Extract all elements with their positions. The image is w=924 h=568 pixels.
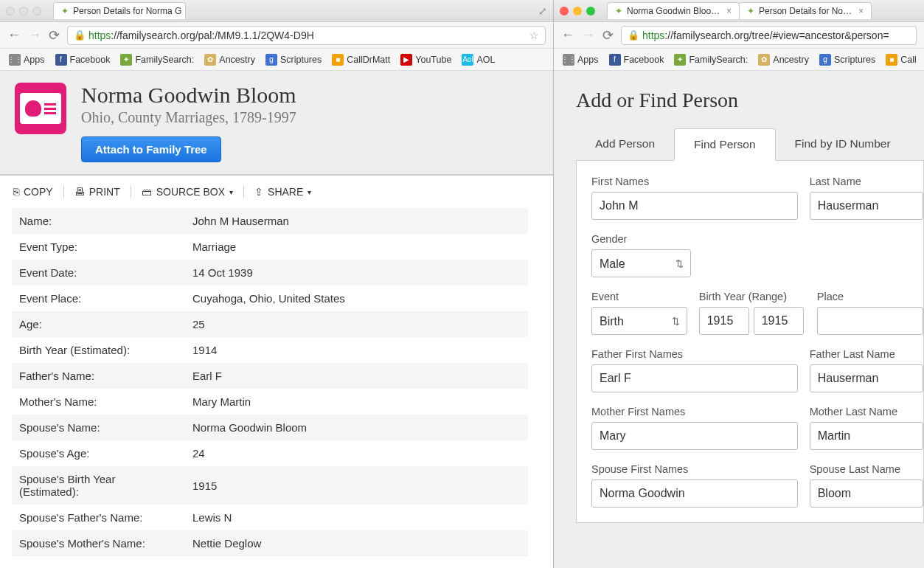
tab-close-icon[interactable]: × [726,6,732,16]
browser-tab[interactable]: ✦Norma Goodwin Bloom (19× [607,2,740,19]
bookmark-item[interactable]: ■Call [886,54,917,66]
tab-find-by-id[interactable]: Find by ID Number [776,128,910,160]
first-names-input[interactable] [591,192,798,220]
browser-toolbar-right: ← → ⟳ 🔒 https ://familysearch.org/tree/#… [554,22,924,49]
label-event: Event [591,291,687,302]
tab-close-icon[interactable]: × [858,6,864,16]
zoom-window-icon[interactable] [32,7,41,15]
event-select[interactable]: Birth [591,307,687,335]
detail-value[interactable]: Mary Martin [185,389,528,415]
detail-label: Event Place: [12,285,185,311]
gender-select[interactable]: Male [591,249,691,277]
bookmark-item[interactable]: ✿Ancestry [204,54,255,66]
mother-first-input[interactable] [591,422,798,450]
close-window-icon[interactable] [6,7,15,15]
reload-icon[interactable]: ⟳ [49,27,60,44]
bookmark-item[interactable]: fFacebook [55,54,111,66]
copy-button[interactable]: ⎘COPY [13,186,64,198]
bookmark-icon: g [265,54,277,66]
browser-toolbar-left: ← → ⟳ 🔒 https ://familysearch.org/pal:/M… [0,22,553,49]
bookmark-item[interactable]: gScriptures [265,54,322,66]
tab-title: Person Details for Norma G [759,6,854,16]
bookmark-icon: g [819,54,831,66]
label-father-first: Father First Names [591,348,798,360]
bookmark-icon: ■ [886,54,897,66]
collection-title: Ohio, County Marriages, 1789-1997 [81,109,296,126]
bookmark-item[interactable]: ✦FamilySearch: [120,54,194,66]
bookmark-label: Apps [24,55,45,65]
bookmark-icon: ✿ [204,54,216,66]
source-box-button[interactable]: 🗃SOURCE BOX▾ [131,186,244,198]
last-name-input[interactable] [810,192,923,220]
browser-tab[interactable]: ✦Person Details for Norma G× [739,2,872,19]
forward-icon[interactable]: → [582,27,595,43]
father-first-input[interactable] [591,364,798,392]
forward-icon[interactable]: → [28,27,41,43]
year-from-input[interactable] [699,307,749,335]
page-title: Add or Find Person [576,89,924,112]
box-icon: 🗃 [142,186,152,198]
bookmark-item[interactable]: gScriptures [819,54,875,66]
detail-value[interactable]: John M Hauserman [185,208,528,234]
attach-to-tree-button[interactable]: Attach to Family Tree [81,136,221,162]
detail-row: Event Type:Marriage [12,234,528,260]
record-footer: GS Film Number: 001902383, Digital Folde… [0,565,553,568]
minimize-window-icon[interactable] [19,7,28,15]
bookmark-label: CallDrMatt [347,55,390,65]
label-spouse-first: Spouse First Names [591,463,798,475]
bookmark-item[interactable]: ⋮⋮Apps [563,54,599,66]
detail-label: Spouse's Age: [12,440,185,466]
year-to-input[interactable] [754,307,804,335]
reload-icon[interactable]: ⟳ [602,27,614,44]
tab-add-person[interactable]: Add Person [576,128,674,160]
browser-tab[interactable]: ✦ Person Details for Norma G × [53,2,186,19]
chevron-down-icon: ▾ [229,188,233,196]
bookmark-item[interactable]: ✦FamilySearch: [674,54,748,66]
detail-value[interactable]: Earl F [185,363,528,389]
bookmark-item[interactable]: fFacebook [609,54,664,66]
detail-row: Birth Year (Estimated):1914 [12,337,528,363]
bookmark-label: Scriptures [834,55,875,65]
label-father-last: Father Last Name [810,348,923,360]
back-icon[interactable]: ← [7,27,21,43]
expand-icon[interactable]: ⤢ [538,5,547,17]
place-input[interactable] [817,307,923,335]
tab-title: Person Details for Norma G [73,6,181,16]
detail-label: Event Date: [12,260,185,285]
bookmark-item[interactable]: ⋮⋮Apps [9,54,45,66]
detail-value[interactable]: Lewis N [185,505,528,530]
zoom-window-icon[interactable] [586,7,595,15]
url-bar[interactable]: 🔒 https ://familysearch.org/pal:/MM9.1.1… [67,26,546,45]
bookmark-item[interactable]: ■CallDrMatt [332,54,390,66]
bookmark-label: Apps [577,55,599,65]
bookmark-icon: ■ [332,54,344,66]
detail-value: Marriage [185,234,528,260]
bookmark-item[interactable]: ▶YouTube [400,54,451,66]
bookmark-star-icon[interactable]: ☆ [529,30,539,41]
detail-label: Spouse's Father's Name: [12,505,185,530]
detail-value[interactable]: Nettie Deglow [185,530,528,556]
bookmark-icon: ⋮⋮ [563,54,574,66]
bookmark-label: AOL [476,55,495,65]
detail-row: Spouse's Birth Year (Estimated):1915 [12,466,528,505]
lock-icon: 🔒 [74,30,86,41]
bookmark-item[interactable]: ✿Ancestry [758,54,809,66]
spouse-last-input[interactable] [810,479,923,508]
bookmark-icon: ▶ [400,54,412,66]
url-bar[interactable]: 🔒 https ://familysearch.org/tree/#view=a… [621,26,917,45]
record-details-table: Name:John M HausermanEvent Type:Marriage… [12,208,528,556]
print-button[interactable]: 🖶PRINT [64,186,131,198]
father-last-input[interactable] [810,364,923,392]
bookmark-icon: ✦ [674,54,686,66]
minimize-window-icon[interactable] [573,7,582,15]
bookmark-item[interactable]: AolAOL [462,54,495,66]
share-button[interactable]: ⇪SHARE▾ [244,186,322,198]
url-path: ://familysearch.org/pal:/MM9.1.1/2QW4-D9… [111,30,313,41]
label-mother-last: Mother Last Name [810,406,923,418]
tab-find-person[interactable]: Find Person [674,128,776,161]
spouse-first-input[interactable] [591,479,798,508]
back-icon[interactable]: ← [561,27,574,43]
action-bar: ⎘COPY 🖶PRINT 🗃SOURCE BOX▾ ⇪SHARE▾ [0,176,553,208]
close-window-icon[interactable] [560,7,569,15]
mother-last-input[interactable] [810,422,923,450]
